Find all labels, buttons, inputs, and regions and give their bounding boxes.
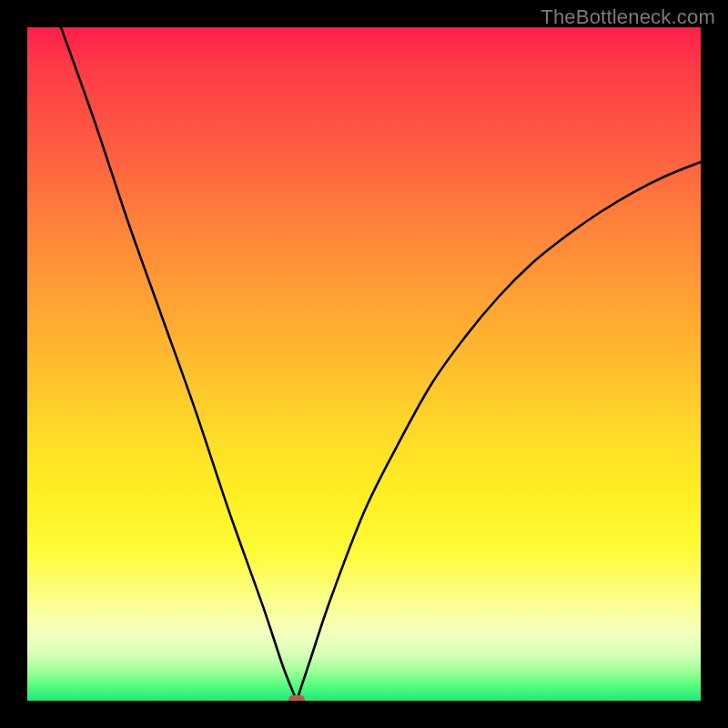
- curve-right-branch: [297, 162, 701, 701]
- plot-area: [27, 27, 701, 701]
- bottleneck-curve: [27, 27, 701, 701]
- minimum-marker: [288, 695, 305, 701]
- watermark-text: TheBottleneck.com: [541, 5, 715, 29]
- curve-left-branch: [61, 27, 297, 701]
